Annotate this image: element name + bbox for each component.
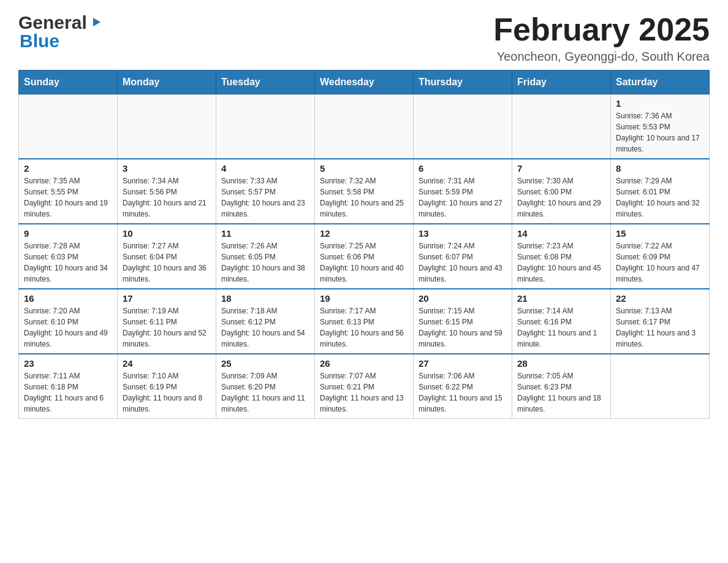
day-info: Sunrise: 7:27 AM Sunset: 6:04 PM Dayligh…	[123, 240, 211, 285]
calendar-week-row: 2Sunrise: 7:35 AM Sunset: 5:55 PM Daylig…	[19, 159, 710, 224]
table-row	[315, 94, 414, 159]
day-number: 11	[221, 228, 309, 239]
col-sunday: Sunday	[19, 71, 118, 94]
day-number: 24	[123, 358, 211, 369]
col-saturday: Saturday	[611, 71, 710, 94]
table-row: 20Sunrise: 7:15 AM Sunset: 6:15 PM Dayli…	[414, 289, 512, 354]
calendar-week-row: 16Sunrise: 7:20 AM Sunset: 6:10 PM Dayli…	[19, 289, 710, 354]
table-row: 12Sunrise: 7:25 AM Sunset: 6:06 PM Dayli…	[315, 224, 414, 289]
day-info: Sunrise: 7:36 AM Sunset: 5:53 PM Dayligh…	[616, 110, 704, 155]
table-row: 28Sunrise: 7:05 AM Sunset: 6:23 PM Dayli…	[512, 354, 611, 419]
day-number: 2	[24, 163, 112, 174]
day-number: 10	[123, 228, 211, 239]
day-number: 7	[517, 163, 605, 174]
title-section: February 2025 Yeoncheon, Gyeonggi-do, So…	[493, 12, 710, 64]
day-info: Sunrise: 7:20 AM Sunset: 6:10 PM Dayligh…	[24, 305, 112, 350]
day-number: 4	[221, 163, 309, 174]
logo-blue-text: Blue	[20, 31, 59, 52]
day-info: Sunrise: 7:33 AM Sunset: 5:57 PM Dayligh…	[221, 175, 309, 220]
table-row: 11Sunrise: 7:26 AM Sunset: 6:05 PM Dayli…	[216, 224, 315, 289]
table-row: 22Sunrise: 7:13 AM Sunset: 6:17 PM Dayli…	[611, 289, 710, 354]
day-number: 5	[320, 163, 408, 174]
day-info: Sunrise: 7:23 AM Sunset: 6:08 PM Dayligh…	[517, 240, 605, 285]
table-row: 14Sunrise: 7:23 AM Sunset: 6:08 PM Dayli…	[512, 224, 611, 289]
day-info: Sunrise: 7:10 AM Sunset: 6:19 PM Dayligh…	[123, 370, 211, 415]
table-row: 16Sunrise: 7:20 AM Sunset: 6:10 PM Dayli…	[19, 289, 118, 354]
table-row	[512, 94, 611, 159]
table-row	[216, 94, 315, 159]
day-number: 20	[419, 293, 507, 304]
table-row: 27Sunrise: 7:06 AM Sunset: 6:22 PM Dayli…	[414, 354, 512, 419]
table-row: 6Sunrise: 7:31 AM Sunset: 5:59 PM Daylig…	[414, 159, 512, 224]
day-number: 14	[517, 228, 605, 239]
svg-marker-0	[93, 18, 100, 26]
day-info: Sunrise: 7:28 AM Sunset: 6:03 PM Dayligh…	[24, 240, 112, 285]
day-number: 6	[419, 163, 507, 174]
day-info: Sunrise: 7:34 AM Sunset: 5:56 PM Dayligh…	[123, 175, 211, 220]
day-info: Sunrise: 7:19 AM Sunset: 6:11 PM Dayligh…	[123, 305, 211, 350]
day-number: 16	[24, 293, 112, 304]
day-info: Sunrise: 7:32 AM Sunset: 5:58 PM Dayligh…	[320, 175, 408, 220]
table-row: 17Sunrise: 7:19 AM Sunset: 6:11 PM Dayli…	[118, 289, 216, 354]
col-wednesday: Wednesday	[315, 71, 414, 94]
day-info: Sunrise: 7:06 AM Sunset: 6:22 PM Dayligh…	[419, 370, 507, 415]
col-friday: Friday	[512, 71, 611, 94]
table-row: 10Sunrise: 7:27 AM Sunset: 6:04 PM Dayli…	[118, 224, 216, 289]
day-number: 21	[517, 293, 605, 304]
logo-icon: General	[18, 12, 103, 33]
table-row: 1Sunrise: 7:36 AM Sunset: 5:53 PM Daylig…	[611, 94, 710, 159]
table-row: 26Sunrise: 7:07 AM Sunset: 6:21 PM Dayli…	[315, 354, 414, 419]
table-row: 9Sunrise: 7:28 AM Sunset: 6:03 PM Daylig…	[19, 224, 118, 289]
table-row: 2Sunrise: 7:35 AM Sunset: 5:55 PM Daylig…	[19, 159, 118, 224]
table-row	[611, 354, 710, 419]
day-number: 17	[123, 293, 211, 304]
table-row: 3Sunrise: 7:34 AM Sunset: 5:56 PM Daylig…	[118, 159, 216, 224]
day-info: Sunrise: 7:13 AM Sunset: 6:17 PM Dayligh…	[616, 305, 704, 350]
day-number: 9	[24, 228, 112, 239]
day-info: Sunrise: 7:17 AM Sunset: 6:13 PM Dayligh…	[320, 305, 408, 350]
location: Yeoncheon, Gyeonggi-do, South Korea	[493, 50, 710, 64]
table-row: 18Sunrise: 7:18 AM Sunset: 6:12 PM Dayli…	[216, 289, 315, 354]
day-info: Sunrise: 7:14 AM Sunset: 6:16 PM Dayligh…	[517, 305, 605, 350]
table-row: 24Sunrise: 7:10 AM Sunset: 6:19 PM Dayli…	[118, 354, 216, 419]
day-number: 28	[517, 358, 605, 369]
day-number: 15	[616, 228, 704, 239]
day-number: 3	[123, 163, 211, 174]
day-number: 8	[616, 163, 704, 174]
table-row	[118, 94, 216, 159]
day-info: Sunrise: 7:11 AM Sunset: 6:18 PM Dayligh…	[24, 370, 112, 415]
table-row: 7Sunrise: 7:30 AM Sunset: 6:00 PM Daylig…	[512, 159, 611, 224]
calendar-header-row: Sunday Monday Tuesday Wednesday Thursday…	[19, 71, 710, 94]
calendar-week-row: 23Sunrise: 7:11 AM Sunset: 6:18 PM Dayli…	[19, 354, 710, 419]
month-title: February 2025	[493, 12, 710, 47]
day-number: 27	[419, 358, 507, 369]
day-info: Sunrise: 7:26 AM Sunset: 6:05 PM Dayligh…	[221, 240, 309, 285]
day-number: 22	[616, 293, 704, 304]
day-number: 13	[419, 228, 507, 239]
day-number: 12	[320, 228, 408, 239]
day-number: 18	[221, 293, 309, 304]
table-row: 15Sunrise: 7:22 AM Sunset: 6:09 PM Dayli…	[611, 224, 710, 289]
table-row: 4Sunrise: 7:33 AM Sunset: 5:57 PM Daylig…	[216, 159, 315, 224]
calendar-week-row: 9Sunrise: 7:28 AM Sunset: 6:03 PM Daylig…	[19, 224, 710, 289]
logo-general-text: General	[18, 12, 87, 33]
day-info: Sunrise: 7:22 AM Sunset: 6:09 PM Dayligh…	[616, 240, 704, 285]
page-header: General Blue February 2025 Yeoncheon, Gy…	[18, 12, 710, 64]
table-row: 21Sunrise: 7:14 AM Sunset: 6:16 PM Dayli…	[512, 289, 611, 354]
day-number: 19	[320, 293, 408, 304]
col-monday: Monday	[118, 71, 216, 94]
day-info: Sunrise: 7:09 AM Sunset: 6:20 PM Dayligh…	[221, 370, 309, 415]
col-thursday: Thursday	[414, 71, 512, 94]
table-row: 8Sunrise: 7:29 AM Sunset: 6:01 PM Daylig…	[611, 159, 710, 224]
day-info: Sunrise: 7:24 AM Sunset: 6:07 PM Dayligh…	[419, 240, 507, 285]
day-number: 26	[320, 358, 408, 369]
day-info: Sunrise: 7:18 AM Sunset: 6:12 PM Dayligh…	[221, 305, 309, 350]
day-number: 23	[24, 358, 112, 369]
table-row	[414, 94, 512, 159]
day-number: 25	[221, 358, 309, 369]
table-row	[19, 94, 118, 159]
col-tuesday: Tuesday	[216, 71, 315, 94]
calendar-week-row: 1Sunrise: 7:36 AM Sunset: 5:53 PM Daylig…	[19, 94, 710, 159]
day-info: Sunrise: 7:29 AM Sunset: 6:01 PM Dayligh…	[616, 175, 704, 220]
day-info: Sunrise: 7:15 AM Sunset: 6:15 PM Dayligh…	[419, 305, 507, 350]
